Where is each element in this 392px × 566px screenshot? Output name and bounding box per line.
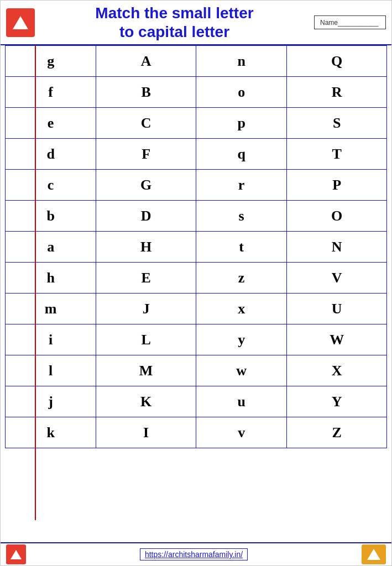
capital-letter-left: L (96, 324, 196, 355)
capital-letter-right: Y (287, 386, 387, 417)
capital-letter-left: B (96, 77, 196, 108)
footer-logo-left (6, 544, 26, 564)
table-row: fBoR (6, 77, 387, 108)
table-wrapper: gAnQfBoReCpSdFqTcGrPbDsOaHtNhEzVmJxUiLyW… (1, 45, 391, 542)
small-letter-left: h (6, 263, 96, 294)
table-row: jKuY (6, 386, 387, 417)
small-letter-right: t (196, 232, 286, 263)
capital-letter-left: M (96, 355, 196, 386)
content-area: gAnQfBoReCpSdFqTcGrPbDsOaHtNhEzVmJxUiLyW… (1, 45, 391, 542)
capital-letter-left: E (96, 263, 196, 294)
title-line1: Match the small letter (95, 4, 253, 22)
header: Match the small letter to capital letter… (1, 1, 391, 45)
matching-table: gAnQfBoReCpSdFqTcGrPbDsOaHtNhEzVmJxUiLyW… (5, 45, 387, 448)
small-letter-left: b (6, 201, 96, 232)
table-row: gAnQ (6, 46, 387, 77)
table-row: dFqT (6, 139, 387, 170)
table-row: mJxU (6, 294, 387, 324)
capital-letter-right: O (287, 201, 387, 232)
small-letter-left: g (6, 46, 96, 77)
capital-letter-right: U (287, 294, 387, 324)
small-letter-left: m (6, 294, 96, 324)
small-letter-right: p (196, 108, 286, 139)
capital-letter-left: K (96, 386, 196, 417)
footer: https://architsharmafamily.in/ (1, 542, 391, 565)
capital-letter-right: N (287, 232, 387, 263)
footer-url[interactable]: https://architsharmafamily.in/ (140, 548, 248, 560)
page-title: Match the small letter to capital letter (35, 4, 314, 41)
small-letter-left: l (6, 355, 96, 386)
small-letter-left: d (6, 139, 96, 170)
table-row: kIvZ (6, 417, 387, 448)
red-margin-line (35, 45, 36, 520)
capital-letter-left: F (96, 139, 196, 170)
capital-letter-right: Z (287, 417, 387, 448)
table-row: hEzV (6, 263, 387, 294)
small-letter-right: w (196, 355, 286, 386)
capital-letter-right: S (287, 108, 387, 139)
footer-logo-right (362, 544, 386, 564)
small-letter-left: f (6, 77, 96, 108)
capital-letter-left: A (96, 46, 196, 77)
small-letter-right: n (196, 46, 286, 77)
capital-letter-left: G (96, 170, 196, 201)
small-letter-right: r (196, 170, 286, 201)
small-letter-right: x (196, 294, 286, 324)
capital-letter-left: C (96, 108, 196, 139)
capital-letter-right: W (287, 324, 387, 355)
small-letter-right: u (196, 386, 286, 417)
small-letter-right: y (196, 324, 286, 355)
capital-letter-right: V (287, 263, 387, 294)
footer-triangle-left (11, 550, 22, 559)
small-letter-left: c (6, 170, 96, 201)
title-line2: to capital letter (119, 23, 229, 40)
small-letter-right: o (196, 77, 286, 108)
page: Match the small letter to capital letter… (0, 0, 392, 566)
small-letter-left: a (6, 232, 96, 263)
table-row: eCpS (6, 108, 387, 139)
small-letter-right: z (196, 263, 286, 294)
name-field[interactable]: Name___________ (314, 15, 386, 29)
capital-letter-left: H (96, 232, 196, 263)
small-letter-left: e (6, 108, 96, 139)
footer-triangle-right (367, 549, 380, 560)
table-row: lMwX (6, 355, 387, 386)
capital-letter-right: Q (287, 46, 387, 77)
capital-letter-left: I (96, 417, 196, 448)
table-row: iLyW (6, 324, 387, 355)
small-letter-left: j (6, 386, 96, 417)
small-letter-right: s (196, 201, 286, 232)
header-title-block: Match the small letter to capital letter (35, 4, 314, 41)
small-letter-right: v (196, 417, 286, 448)
small-letter-right: q (196, 139, 286, 170)
small-letter-left: i (6, 324, 96, 355)
capital-letter-right: P (287, 170, 387, 201)
capital-letter-right: T (287, 139, 387, 170)
table-row: cGrP (6, 170, 387, 201)
capital-letter-right: R (287, 77, 387, 108)
table-row: bDsO (6, 201, 387, 232)
capital-letter-left: D (96, 201, 196, 232)
capital-letter-right: X (287, 355, 387, 386)
capital-letter-left: J (96, 294, 196, 324)
small-letter-left: k (6, 417, 96, 448)
logo-triangle-left (13, 16, 28, 29)
logo-left (6, 8, 35, 37)
table-row: aHtN (6, 232, 387, 263)
name-label: Name___________ (320, 19, 378, 27)
